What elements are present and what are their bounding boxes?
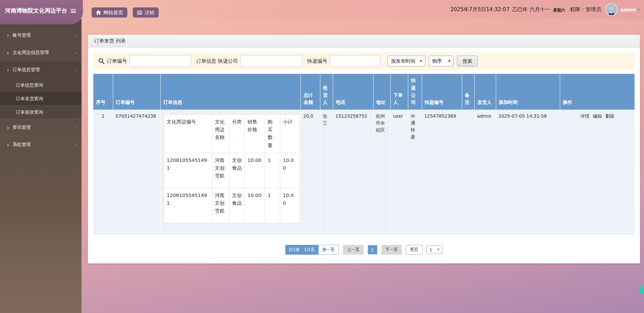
chevron-right-icon: ›: [7, 124, 9, 130]
col-index: 序号: [93, 74, 113, 110]
pagination: 共1条 1/1页 第一页 上一页 1 下一页 尾页 1 ▼: [93, 245, 635, 255]
sidebar-item-label: 账号管理: [12, 32, 31, 38]
top-header: 网站首页 注销 2025年7月5日14:32:07 乙巳年 六月十一 星期六 权…: [0, 0, 644, 19]
hamburger-menu-icon[interactable]: [71, 9, 76, 13]
user-caret-down-icon: ▼: [638, 8, 640, 11]
chevron-right-icon: ›: [7, 50, 9, 55]
chevron-right-icon: ›: [75, 33, 76, 38]
sidebar-subitem-label: 订单信息查询: [16, 82, 43, 88]
sidebar-item-label: 订单信息管理: [12, 67, 40, 73]
express-no-input[interactable]: [330, 55, 380, 67]
cell-express-company: 中通快递: [408, 110, 422, 234]
sort-order-value: 倒序: [432, 58, 442, 64]
detail-link[interactable]: 详情: [580, 113, 589, 119]
cell-order-no: 07051427474238: [113, 110, 160, 234]
sidebar-item-system-mgmt[interactable]: › 系统管理 ›: [0, 136, 82, 153]
inner-col-subtotal: 小计: [280, 115, 299, 153]
first-page-button[interactable]: 第一页: [318, 245, 339, 255]
sidebar-item-label: 文化周边信息管理: [12, 50, 49, 56]
logout-button[interactable]: 注销: [133, 7, 159, 18]
inner-col-price: 销售价格: [245, 115, 265, 153]
page-title: 订单发货 列表: [94, 38, 126, 44]
inner-cell-subtotal: 10.00: [280, 188, 299, 223]
cell-phone: 15123258752: [333, 110, 373, 234]
chevron-right-icon: ›: [75, 50, 76, 55]
sidebar-item-order-receive-query[interactable]: 订单签收查询: [0, 105, 82, 119]
chevron-right-icon: ›: [7, 67, 9, 73]
list-card: 订单发货 列表 订单编号 订单信息 快递公司 快递编号 按发布时间 ▼: [88, 35, 640, 263]
role-text: 权限：管理员: [570, 6, 601, 13]
orders-table: 序号 订单编号 订单信息 总计金额 收货人 电话 地址 下单人 快递公司 快递编…: [93, 74, 635, 234]
inner-cell-price: 10.00: [245, 188, 265, 223]
inner-header-row: 文化周边编号 文化周边名称 分类 销售价格 购买数量 小计: [164, 115, 299, 153]
inner-col-item-no: 文化周边编号: [164, 115, 212, 153]
total-count: 共1条: [289, 247, 300, 253]
table-row: 1 07051427474238 文化周边编号: [93, 110, 635, 234]
user-menu[interactable]: admin ▼: [605, 3, 640, 16]
cell-index: 1: [93, 110, 113, 234]
edit-link[interactable]: 编辑: [593, 113, 602, 119]
sidebar-item-culture-info-mgmt[interactable]: › 文化周边信息管理 ›: [0, 44, 82, 61]
page-select[interactable]: 1 ▼: [426, 246, 443, 254]
express-company-input[interactable]: [240, 55, 302, 67]
col-actions: 操作: [560, 74, 635, 110]
col-shipper: 发货人: [475, 74, 496, 110]
order-info-express-label: 订单信息 快递公司: [196, 58, 238, 64]
scroll-indicator[interactable]: [640, 286, 644, 293]
sidebar-subitem-label: 订单签收查询: [16, 109, 43, 115]
chevron-down-icon: ›: [73, 69, 78, 70]
sidebar-item-news-mgmt[interactable]: › 资讯管理 ›: [0, 119, 82, 136]
chevron-right-icon: ›: [7, 32, 9, 38]
list-icon: [137, 11, 142, 15]
search-button[interactable]: 搜索: [457, 56, 478, 66]
sidebar-item-label: 资讯管理: [12, 124, 31, 131]
inner-row: 12081055451491 河南文创雪糕 文创食品 10.00 1 10.00: [164, 153, 299, 188]
col-remark: 备注: [462, 74, 475, 110]
select-caret-down-icon: ▼: [420, 60, 422, 63]
sidebar-item-order-info-query[interactable]: 订单信息查询: [0, 78, 82, 92]
col-total: 总计金额: [301, 74, 320, 110]
cell-receiver: 张三: [320, 110, 333, 234]
sidebar-item-order-ship-query[interactable]: 订单发货查询: [0, 92, 82, 105]
datetime-text: 2025年7月5日14:32:07: [450, 6, 509, 13]
sort-order-select[interactable]: 倒序 ▼: [429, 56, 454, 66]
chevron-right-icon: ›: [7, 142, 9, 147]
search-icon: [98, 58, 105, 64]
avatar: [605, 3, 618, 16]
next-page-button[interactable]: 下一页: [381, 245, 402, 255]
prev-page-button[interactable]: 上一页: [343, 245, 364, 255]
sort-field-select[interactable]: 按发布时间 ▼: [388, 56, 425, 66]
username-text: admin: [620, 7, 636, 12]
select-caret-down-icon: ▼: [448, 60, 450, 63]
col-add-time: 添加时间: [496, 74, 560, 110]
current-page-button[interactable]: 1: [368, 245, 377, 254]
sidebar-item-order-info-mgmt[interactable]: › 订单信息管理 ›: [0, 61, 82, 78]
order-no-input[interactable]: [129, 55, 191, 67]
delete-link[interactable]: 删除: [605, 113, 614, 119]
inner-cell-price: 10.00: [245, 153, 265, 188]
express-no-label: 快递编号: [307, 58, 327, 64]
lunar-date-text: 乙巳年 六月十一: [512, 6, 550, 13]
table-header-row: 序号 订单编号 订单信息 总计金额 收货人 电话 地址 下单人 快递公司 快递编…: [93, 74, 635, 110]
brand-title: 河南博物院文化周边平台: [5, 7, 67, 15]
col-address: 地址: [373, 74, 390, 110]
inner-cell-item-name: 河南文创雪糕: [212, 153, 229, 188]
sidebar-item-account-mgmt[interactable]: › 账号管理 ›: [0, 27, 82, 44]
sidebar-subitem-label: 订单发货查询: [16, 96, 43, 102]
page-info: 1/1页: [304, 247, 315, 253]
main-content: 订单发货 列表 订单编号 订单信息 快递公司 快递编号 按发布时间 ▼: [88, 35, 640, 263]
inner-cell-item-no: 12081055451491: [164, 153, 212, 188]
home-button-label: 网站首页: [103, 9, 123, 16]
order-no-label: 订单编号: [107, 58, 127, 64]
search-bar: 订单编号 订单信息 快递公司 快递编号 按发布时间 ▼ 倒序 ▼ 搜索: [93, 52, 635, 70]
chevron-right-icon: ›: [75, 125, 76, 130]
pagination-summary: 共1条 1/1页: [285, 245, 318, 255]
inner-cell-item-no: 12081055451491: [164, 188, 212, 223]
cell-actions: 详情 编辑 删除: [560, 110, 635, 234]
sidebar: › 账号管理 › › 文化周边信息管理 › › 订单信息管理 › 订单信息查询 …: [0, 19, 82, 313]
col-express-no: 快递编号: [422, 74, 462, 110]
cell-remark: [462, 110, 475, 234]
home-button[interactable]: 网站首页: [92, 7, 127, 18]
last-page-button[interactable]: 尾页: [406, 245, 422, 255]
weekday-text: 星期六: [553, 7, 565, 13]
